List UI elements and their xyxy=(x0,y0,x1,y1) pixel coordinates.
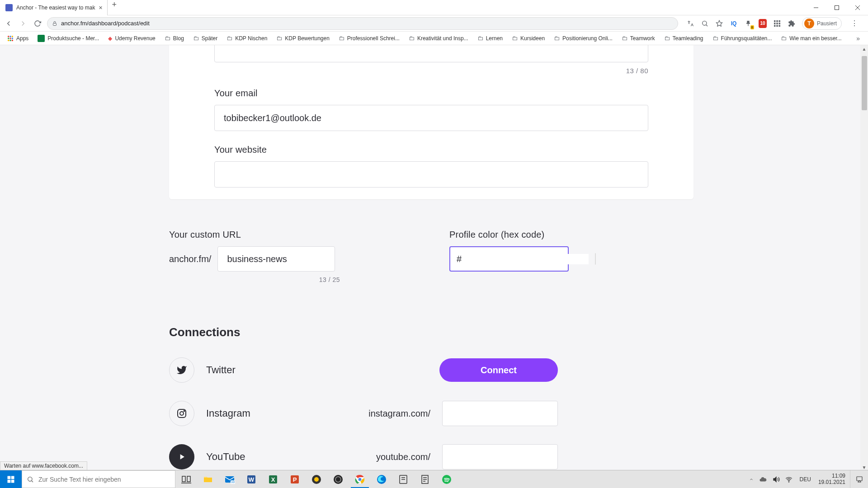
profile-color-field[interactable]: # xyxy=(449,246,569,272)
folder-icon: 🗀 xyxy=(477,35,483,42)
translate-icon[interactable] xyxy=(686,19,694,28)
tray-onedrive-icon[interactable] xyxy=(759,475,767,483)
task-view-icon[interactable] xyxy=(175,470,197,488)
url-text: anchor.fm/dashboard/podcast/edit xyxy=(61,20,673,27)
bookmark-item[interactable]: 🗀Professionell Schrei... xyxy=(335,33,403,43)
custom-url-input[interactable] xyxy=(217,246,335,272)
profile-chip[interactable]: T Pausiert xyxy=(802,17,842,30)
svg-text:P: P xyxy=(293,476,297,483)
profile-color-label: Profile color (hex code) xyxy=(449,230,569,240)
extension-red-icon[interactable]: 10 xyxy=(759,19,767,28)
zoom-icon[interactable] xyxy=(701,19,709,28)
new-tab-button[interactable]: + xyxy=(108,0,121,9)
svg-line-6 xyxy=(706,24,708,26)
bookmarks-bar: Apps Produktsuche - Mer... ◆Udemy Revenu… xyxy=(0,32,868,45)
window-close-button[interactable] xyxy=(847,0,868,15)
svg-rect-9 xyxy=(776,20,778,22)
profile-color-input[interactable] xyxy=(474,254,589,264)
extensions-puzzle-icon[interactable] xyxy=(788,19,796,28)
folder-icon: 🗀 xyxy=(276,35,282,42)
extension-iq-icon[interactable]: IQ xyxy=(730,19,738,28)
tray-chevron-icon[interactable] xyxy=(749,477,754,482)
tray-wifi-icon[interactable] xyxy=(785,476,793,483)
twitter-icon xyxy=(169,357,194,383)
youtube-label: YouTube xyxy=(206,451,315,463)
svg-line-35 xyxy=(32,480,33,482)
bookmark-item[interactable]: 🗀KDP Nischen xyxy=(223,33,271,43)
bookmark-item[interactable]: 🗀Wie man ein besser... xyxy=(777,33,845,43)
taskbar-search[interactable] xyxy=(22,470,175,488)
taskbar-excel-icon[interactable]: X xyxy=(262,470,284,488)
instagram-input[interactable] xyxy=(442,401,558,426)
bookmark-item[interactable]: 🗀Teamleading xyxy=(660,33,707,43)
extension-grid-icon[interactable] xyxy=(773,19,781,28)
svg-point-49 xyxy=(314,477,319,482)
taskbar-notepad-icon[interactable] xyxy=(414,470,436,488)
scrollbar[interactable]: ▲ ▼ xyxy=(860,45,868,471)
tray-volume-icon[interactable] xyxy=(773,476,780,483)
svg-rect-30 xyxy=(8,476,11,479)
taskbar-spotify-icon[interactable] xyxy=(436,470,458,488)
taskbar-powerpoint-icon[interactable]: P xyxy=(284,470,306,488)
browser-menu-icon[interactable]: ⋮ xyxy=(848,19,861,28)
email-input[interactable] xyxy=(214,105,648,131)
nav-forward-button[interactable] xyxy=(18,19,28,28)
tray-clock[interactable]: 11:09 19.01.2021 xyxy=(818,473,845,486)
name-input-partial[interactable] xyxy=(214,45,648,62)
svg-point-5 xyxy=(703,21,707,25)
taskbar-edge-icon[interactable] xyxy=(371,470,392,488)
taskbar-explorer-icon[interactable] xyxy=(197,470,219,488)
tray-language[interactable]: DEU xyxy=(798,476,813,483)
bookmark-item[interactable]: 🗀KDP Bewertungen xyxy=(273,33,333,43)
color-swatch xyxy=(595,253,596,265)
youtube-input[interactable] xyxy=(442,444,558,469)
svg-point-34 xyxy=(28,477,32,481)
taskbar-mail-icon[interactable]: 10 xyxy=(219,470,241,488)
bookmark-item[interactable]: 🗀Kursideen xyxy=(508,33,548,43)
browser-tab[interactable]: Anchor - The easiest way to mak × xyxy=(0,0,108,15)
custom-url-prefix: anchor.fm/ xyxy=(169,254,211,264)
window-maximize-button[interactable] xyxy=(826,0,847,15)
bookmark-star-icon[interactable] xyxy=(715,19,723,28)
nav-reload-button[interactable] xyxy=(33,19,42,28)
folder-icon: 🗀 xyxy=(554,35,560,42)
tray-notifications-icon[interactable] xyxy=(850,470,868,488)
bookmark-item[interactable]: 🗀Später xyxy=(189,33,221,43)
svg-point-22 xyxy=(12,38,14,39)
scroll-thumb[interactable] xyxy=(862,56,867,110)
bookmark-item[interactable]: 🗀Positionierung Onli... xyxy=(550,33,616,43)
windows-taskbar: 10 W X P DEU 11:09 19.01.2021 xyxy=(0,470,868,488)
extension-pin-icon[interactable]: 8 xyxy=(744,19,752,28)
taskbar-word-icon[interactable]: W xyxy=(241,470,262,488)
nav-back-button[interactable] xyxy=(4,19,14,28)
taskbar-obs-icon[interactable] xyxy=(327,470,349,488)
svg-rect-1 xyxy=(835,6,839,10)
bookmark-item[interactable]: 🗀Führungsqualitäten... xyxy=(709,33,776,43)
scroll-up-icon[interactable]: ▲ xyxy=(860,45,868,53)
start-button[interactable] xyxy=(0,470,22,488)
svg-rect-10 xyxy=(778,20,780,22)
bookmark-item[interactable]: 🗀Lernen xyxy=(474,33,506,43)
taskbar-chrome-icon[interactable] xyxy=(349,470,371,488)
tray-date: 19.01.2021 xyxy=(818,479,845,486)
lock-icon xyxy=(52,21,57,26)
profile-avatar: T xyxy=(804,19,814,28)
window-minimize-button[interactable] xyxy=(806,0,826,15)
bookmark-item[interactable]: 🗀Kreativität und Insp... xyxy=(405,33,472,43)
bookmarks-overflow-icon[interactable]: » xyxy=(852,35,864,42)
website-input[interactable] xyxy=(214,161,648,188)
twitter-connect-button[interactable]: Connect xyxy=(439,358,558,382)
bookmark-item[interactable]: 🗀Teamwork xyxy=(618,33,659,43)
bookmark-item[interactable]: Produktsuche - Mer... xyxy=(34,33,103,44)
address-bar[interactable]: anchor.fm/dashboard/podcast/edit xyxy=(47,17,678,30)
tab-close-icon[interactable]: × xyxy=(99,4,103,11)
taskbar-app-icon[interactable] xyxy=(306,470,327,488)
svg-point-18 xyxy=(9,35,11,37)
taskbar-app2-icon[interactable] xyxy=(392,470,414,488)
bookmark-item[interactable]: 🗀Blog xyxy=(161,33,188,43)
folder-icon: 🗀 xyxy=(622,35,627,42)
bookmark-apps[interactable]: Apps xyxy=(4,33,32,43)
taskbar-search-input[interactable] xyxy=(38,476,170,483)
svg-point-24 xyxy=(9,39,11,41)
bookmark-item[interactable]: ◆Udemy Revenue xyxy=(104,33,159,43)
